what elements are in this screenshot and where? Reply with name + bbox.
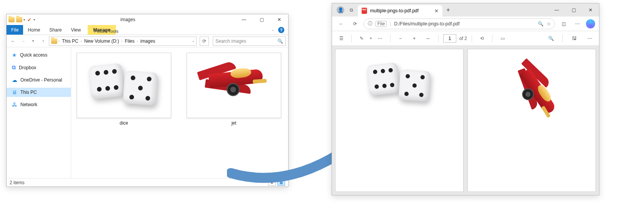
info-icon[interactable]: ⓘ [368,20,372,27]
ribbon-collapse-icon[interactable]: ⌄ [272,28,274,32]
file-label: jet [232,120,237,126]
sidebar-item-label: Network [20,102,37,107]
maximize-button[interactable]: ▢ [253,14,270,25]
address-breadcrumb[interactable]: › This PC › New Volume (D:) › Files › im… [49,37,197,46]
sidebar-item-network[interactable]: 🖧Network [7,100,71,109]
fit-width-icon[interactable]: ↔ [423,33,434,44]
nav-back-button[interactable]: ← [9,37,17,45]
pdf-file-icon [362,8,367,14]
save-icon[interactable]: 🖫 [569,33,580,44]
pdf-page-2 [467,49,596,192]
crumb-this-pc[interactable]: This PC [60,38,80,44]
page-view-icon[interactable]: ▭ [497,33,508,44]
thumbnail-jet [187,53,281,118]
tab-home[interactable]: Home [23,25,45,35]
qat-dropdown-icon[interactable]: ▾ [23,18,25,22]
browser-tab[interactable]: multiple-pngs-to-pdf.pdf ✕ [358,5,442,17]
nav-forward-button[interactable]: → [19,37,27,45]
sidebar-item-onedrive[interactable]: ☁OneDrive - Personal [7,75,71,85]
file-item-jet[interactable]: jet [187,53,281,126]
help-icon[interactable]: ? [278,27,284,33]
sidebar-item-this-pc[interactable]: 🖥This PC [7,88,71,97]
view-details-button[interactable]: ≣ [268,180,276,186]
more-tools-icon[interactable]: ⋯ [375,33,385,44]
nav-history-dropdown[interactable]: ▾ [29,37,37,45]
tab-close-icon[interactable]: ✕ [434,8,439,14]
file-badge: File [375,21,387,27]
chevron-right-icon: › [137,39,138,43]
pdf-viewport[interactable] [332,46,599,195]
minimize-button[interactable]: — [548,3,565,17]
crumb-volume[interactable]: New Volume (D:) [83,38,121,44]
pdf-toolbar: ☰ ✎ ▾ ⋯ − + ↔ of 2 ⟲ ▭ 🔍 🖫 ⋯ [332,31,599,46]
sidebar-item-label: This PC [20,90,37,95]
sidebar-item-label: Quick access [20,52,47,58]
page-number-input[interactable] [443,34,456,43]
edge-titlebar: 👤 ⧉ multiple-pngs-to-pdf.pdf ✕ + — ▢ ✕ [332,3,599,17]
nav-back-button[interactable]: ← [336,18,347,29]
draw-icon[interactable]: ✎ [356,33,367,44]
tab-share[interactable]: Share [45,25,66,35]
breadcrumb-dropdown-icon[interactable]: ⌄ [192,39,195,43]
qat-folder-icon[interactable] [16,16,23,23]
close-button[interactable]: ✕ [582,3,599,17]
zoom-in-button[interactable]: + [409,33,420,44]
new-tab-button[interactable]: + [442,3,454,17]
pdf-page-1 [335,49,464,192]
status-bar: 2 items ≣ ▦ [7,178,288,187]
edge-browser-window: 👤 ⧉ multiple-pngs-to-pdf.pdf ✕ + — ▢ ✕ ←… [332,3,599,195]
address-toolbar: ← ⟳ ⓘ File | D:/Files/multiple-pngs-to-p… [332,17,599,31]
rotate-icon[interactable]: ⟲ [477,33,487,44]
folder-app-icon [8,16,15,23]
draw-dropdown-icon[interactable]: ▾ [370,37,372,40]
minimize-button[interactable]: — [235,14,253,25]
profile-icon[interactable]: 👤 [337,6,344,14]
sidebar-item-quick-access[interactable]: ★Quick access [7,50,71,60]
crumb-files[interactable]: Files [123,38,136,44]
toolbar-more-icon[interactable]: ⋯ [584,33,595,44]
sidebar-item-dropbox[interactable]: ⧉Dropbox [7,63,71,72]
refresh-button[interactable]: ⟳ [200,37,209,46]
contents-icon[interactable]: ☰ [336,33,347,44]
more-menu-icon[interactable]: ⋯ [572,18,583,29]
chevron-right-icon: › [121,39,122,43]
maximize-button[interactable]: ▢ [565,3,582,17]
nav-pane: ★Quick access ⧉Dropbox ☁OneDrive - Perso… [7,47,71,178]
copilot-icon[interactable] [586,19,595,28]
view-large-icons-button[interactable]: ▦ [277,180,285,186]
qat-properties-icon[interactable]: ✔ [26,16,33,23]
tab-view[interactable]: View [66,25,85,35]
tab-picture-tools[interactable]: Picture Tools [92,28,121,34]
search-placeholder: Search images [215,38,246,44]
file-explorer-window: ▾ ✔ ▾ images — ▢ ✕ File Home Share View … [6,14,289,187]
star-icon: ★ [12,52,17,58]
qat-customize-icon[interactable]: ▾ [33,18,35,22]
refresh-button[interactable]: ⟳ [350,18,360,29]
chevron-right-icon: › [81,39,82,43]
file-item-dice[interactable]: dice [77,53,171,126]
tab-file[interactable]: File [7,25,23,35]
split-screen-icon[interactable]: ◫ [558,18,569,29]
find-icon[interactable]: 🔍 [546,33,556,44]
thumbnail-dice [77,53,171,118]
nav-up-button[interactable]: ↑ [39,37,47,45]
sidebar-item-label: OneDrive - Personal [20,77,62,83]
url-text: D:/Files/multiple-pngs-to-pdf.pdf [394,21,535,27]
workspaces-icon[interactable]: ⧉ [350,7,353,13]
dropbox-icon: ⧉ [12,64,16,71]
search-icon: 🔍 [277,38,283,44]
crumb-images[interactable]: images [139,38,157,44]
window-title: images [120,17,135,22]
page-total-label: of 2 [459,36,467,41]
item-count: 2 items [10,180,25,185]
breadcrumb-folder-icon [51,38,58,45]
zoom-out-button[interactable]: − [395,33,406,44]
address-bar[interactable]: ⓘ File | D:/Files/multiple-pngs-to-pdf.p… [364,18,555,29]
chevron-right-icon: › [58,39,60,43]
favorite-icon[interactable]: ☆ [547,21,551,27]
file-label: dice [120,120,128,126]
search-input[interactable]: Search images 🔍 [213,37,286,46]
close-button[interactable]: ✕ [270,14,288,25]
explorer-titlebar: ▾ ✔ ▾ images — ▢ ✕ [7,14,288,25]
zoom-indicator-icon[interactable]: 🔍 [538,21,544,27]
